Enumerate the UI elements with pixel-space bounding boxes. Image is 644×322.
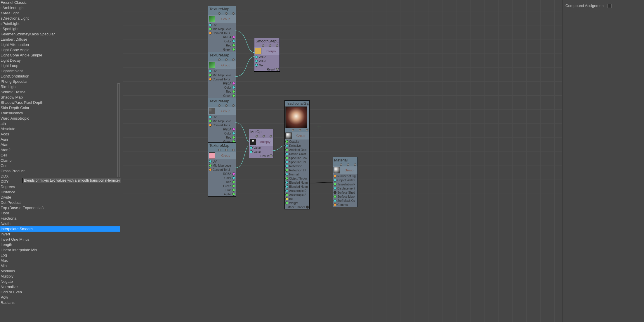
library-item[interactable]: Schlick Fresnel [0,89,120,95]
input-port[interactable]: Emissive [285,144,309,148]
input-port[interactable]: Blended Norm [285,185,309,189]
library-item[interactable]: Fresnel Classic [0,0,120,5]
node-material[interactable]: Material Group Number of LigObject Verte… [333,157,358,207]
library-item[interactable]: Light Attenuation [0,42,120,47]
library-item[interactable]: sAreaLight [0,11,120,16]
group-label[interactable]: Group [341,168,357,172]
node-title: TextureMap [208,52,236,58]
texture-icon [209,62,215,68]
library-item[interactable]: KelemenSzirmayKalos Specular [0,32,120,37]
library-item[interactable]: Fractional [0,216,120,221]
library-item[interactable]: ShadowPass Pixel Depth [0,100,120,105]
library-item[interactable]: Normalize [0,284,120,290]
library-item[interactable]: Divide [0,195,120,200]
library-item[interactable]: Phong Specular [0,79,120,84]
compound-assignment-label: Compound Assignment [565,4,605,8]
library-item[interactable]: Exp (Base-e Exponential) [0,205,120,211]
library-item[interactable]: Multiply [0,274,120,279]
group-label[interactable]: Group [293,134,309,137]
library-item[interactable]: Absolute [0,126,120,132]
library-item[interactable]: Log [0,253,120,258]
input-port[interactable]: Anisotropic D [285,189,309,193]
library-item[interactable]: Dot Product [0,200,120,205]
input-port[interactable]: Opacity [285,140,309,144]
library-item[interactable]: sAmbientLight [0,5,120,11]
group-label[interactable]: Group [216,154,235,157]
node-mulop[interactable]: MulOp * Multiply Value Value Result [249,129,273,158]
library-item[interactable]: Cos [0,163,120,168]
input-port[interactable]: Weight [285,201,309,205]
group-label[interactable]: Group [216,109,235,113]
input-port[interactable]: Ambient Occl [285,148,309,152]
library-item[interactable]: Clamp [0,158,120,163]
library-item[interactable]: Light Cone Angle Simple [0,53,120,58]
compound-assignment-checkbox[interactable] [607,4,612,8]
input-port[interactable]: Object Vertex [333,178,357,182]
library-item[interactable]: Modulus [0,268,120,274]
input-port[interactable]: Normal [285,172,309,176]
library-item[interactable]: Atan2 [0,147,120,153]
input-port[interactable]: Surface Mask [333,194,357,199]
node-texturemap-4[interactable]: TextureMap Group UV Mip Map Leve Convert… [208,142,236,197]
node-head-label: Multiply [257,140,272,144]
library-item[interactable]: Max [0,258,120,263]
input-port[interactable]: Number of Lig [333,174,357,178]
library-item[interactable]: Degrees [0,184,120,190]
library-item[interactable]: Light Decay [0,58,120,63]
library-item[interactable]: Asin [0,137,120,142]
library-item[interactable]: ath [0,121,120,126]
library-item[interactable]: Linear Interpolate Mix [0,247,120,253]
input-port[interactable]: Gamma [333,203,357,207]
library-item[interactable]: Interpolate Smooth [0,226,120,232]
group-label[interactable]: Group [216,63,235,67]
library-item[interactable]: LightContribution [0,74,120,79]
library-item[interactable]: LightAmbient [0,68,120,74]
library-item[interactable]: Length [0,242,120,247]
input-port[interactable]: Tessellation F [333,182,357,186]
library-item[interactable]: Ceil [0,153,120,158]
library-item[interactable]: Rim Light [0,84,120,89]
library-item[interactable]: Acos [0,132,120,137]
input-port[interactable]: IBL [285,197,309,201]
input-port[interactable]: Displacement [333,186,357,190]
input-port[interactable]: Surface Shad [333,190,357,194]
node-surface-shader[interactable]: TraditionalGameSurfaceShade Group Opacit… [284,100,310,209]
library-item[interactable]: Ward Anisotropic [0,116,120,121]
library-item[interactable]: Lambert Diffuse [0,37,120,42]
library-item[interactable]: Odd or Even [0,290,120,295]
scrollbar[interactable] [117,83,120,177]
group-label[interactable]: Group [216,17,235,21]
library-item[interactable]: Floor [0,211,120,216]
input-port[interactable]: Specular Col [285,160,309,164]
library-item[interactable]: sSpotLight [0,26,120,32]
input-port[interactable]: Blended Norm [285,180,309,185]
library-item[interactable]: Translucency [0,111,120,116]
input-port[interactable]: Anisotropic S [285,193,309,197]
library-item[interactable]: Radians [0,300,120,305]
input-port[interactable]: Object Thickn [285,176,309,180]
library-item[interactable]: Cross Product [0,168,120,174]
library-item[interactable]: Shadow Map [0,95,120,100]
library-item[interactable]: Light Cone Angle [0,47,120,53]
library-item[interactable]: sDirectionalLight [0,16,120,21]
library-item[interactable]: sPointLight [0,21,120,26]
library-item[interactable]: Light Loop [0,63,120,68]
input-port[interactable]: Specular Pow [285,156,309,160]
node-smoothstepop[interactable]: SmoothStepOp Interpo Value Value Mix Res… [254,38,280,72]
library-item[interactable]: fwidth [0,221,120,226]
library-item[interactable]: Distance [0,190,120,195]
input-port[interactable]: Reflection Int [285,168,309,172]
input-port[interactable]: Diffuse Color [285,152,309,156]
library-item[interactable]: Min [0,263,120,268]
interpolate-icon [255,48,261,54]
node-library-list[interactable]: Fresnel ClassicsAmbientLightsAreaLightsD… [0,0,120,305]
library-item[interactable]: Atan [0,142,120,147]
library-item[interactable]: Skin Depth Color [0,105,120,111]
library-item[interactable]: Invert One Minus [0,237,120,242]
library-item[interactable]: Negate [0,279,120,284]
library-item[interactable]: Pow [0,295,120,300]
input-port[interactable]: Reflection [285,164,309,168]
sphere-icon [334,167,340,173]
library-item[interactable]: Invert [0,232,120,237]
input-port[interactable]: Surf Mask Cu [333,199,357,203]
